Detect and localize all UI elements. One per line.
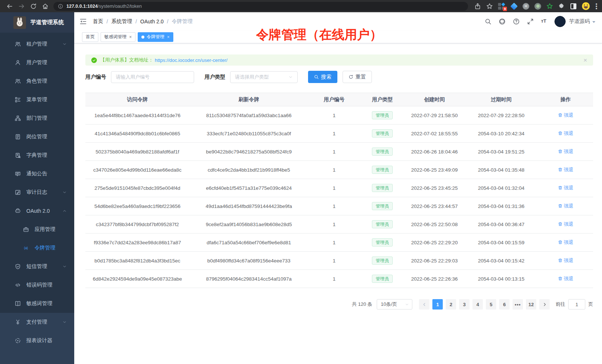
sidebar-bottom-section: 支付管理报表设计器 (0, 313, 74, 364)
collapse-sidebar-icon[interactable] (79, 18, 87, 25)
alert-close-icon[interactable]: × (583, 57, 587, 63)
tab-敏感词管理[interactable]: 敏感词管理× (101, 32, 135, 42)
sidebar-item-token[interactable]: (a)令牌管理 (0, 239, 74, 257)
force-logout-button[interactable]: 强退 (558, 185, 573, 191)
sidebar-item-users[interactable]: 租户管理 (0, 35, 74, 53)
expire-time-cell: 2054-03-04 01:32:04 (464, 185, 539, 191)
sidebar-item-label: 岗位管理 (26, 133, 47, 140)
home-icon[interactable] (42, 3, 49, 10)
chevron-down-icon (62, 264, 67, 269)
user-avatar[interactable] (554, 16, 566, 27)
back-icon[interactable] (6, 3, 13, 10)
refresh-token-cell: 49d1aa46d1454fbd87591444423be9fa (189, 203, 308, 209)
shield-icon (15, 264, 22, 269)
reset-button[interactable]: 重置 (343, 71, 372, 83)
kite-extension-icon[interactable] (510, 3, 518, 10)
org-icon (15, 115, 22, 121)
breadcrumb-item[interactable]: 首页 (93, 18, 103, 25)
chevron-down-icon (62, 320, 67, 324)
sidebar-item-users[interactable]: 角色管理 (0, 72, 74, 90)
green-dot-extension-icon[interactable] (534, 3, 541, 10)
sidebar-item-badge[interactable]: 岗位管理 (0, 128, 74, 146)
share-icon[interactable] (474, 3, 481, 10)
force-logout-button[interactable]: 强退 (558, 130, 573, 137)
url-bar[interactable]: 127.0.0.1:1024/system/oauth2/token (53, 2, 468, 11)
sidebar-item-app[interactable]: 应用管理 (0, 220, 74, 239)
page-button-2[interactable]: 2 (446, 299, 456, 310)
breadcrumb-item[interactable]: 系统管理 (111, 18, 132, 25)
page-button-5[interactable]: 5 (486, 299, 496, 310)
profile-avatar-icon[interactable] (582, 2, 590, 10)
page-button-1[interactable]: 1 (432, 299, 443, 310)
action-cell: 强退 (538, 257, 593, 264)
tab-groups-icon[interactable] (570, 3, 576, 9)
sidebar-item-robot[interactable]: OAuth 2.0 (0, 202, 74, 220)
fullscreen-icon[interactable] (527, 18, 534, 25)
user-type-select[interactable]: 请选择用户类型 (230, 71, 298, 83)
sidebar-item-yen[interactable]: 支付管理 (0, 313, 74, 331)
extension-badge-icon[interactable]: 9 (498, 3, 506, 10)
doc-link[interactable]: https://doc.iocoder.cn/user-center/ (155, 57, 228, 63)
sidebar-item-code[interactable]: 错误码管理 (0, 276, 74, 294)
page-button-3[interactable]: 3 (459, 299, 470, 310)
tab-令牌管理[interactable]: 令牌管理× (138, 32, 173, 42)
force-logout-button[interactable]: 强退 (558, 166, 573, 173)
search-icon[interactable] (485, 18, 491, 25)
search-button[interactable]: 搜索 (308, 71, 337, 83)
sidebar-item-dict[interactable]: 字典管理 (0, 146, 74, 165)
force-logout-button[interactable]: 强退 (558, 257, 573, 264)
app-logo[interactable]: 芋道管理系统 (0, 12, 74, 33)
table-row: 6d842e2924594de9a09e45e087323abe8796295f… (85, 270, 593, 288)
action-cell: 强退 (538, 112, 593, 119)
gray-circle-extension-icon[interactable]: ⌘ (523, 3, 529, 10)
sidebar-item-label: 短信管理 (26, 263, 47, 270)
browser-menu-icon[interactable]: ••• (595, 3, 598, 10)
page-size-select[interactable]: 10条/页 (377, 299, 412, 310)
force-logout-button[interactable]: 强退 (558, 239, 573, 246)
column-header: 刷新令牌 (189, 96, 308, 103)
sidebar-item-message[interactable]: 通知公告 (0, 165, 74, 183)
created-time-cell: 2022-06-25 22:26:36 (405, 276, 464, 282)
page-ellipsis[interactable]: ••• (513, 299, 523, 310)
help-icon[interactable] (513, 18, 520, 25)
sidebar-item-log[interactable]: 审计日志 (0, 183, 74, 202)
user-menu-caret-icon[interactable] (592, 21, 595, 23)
page-button-6[interactable]: 6 (499, 299, 510, 310)
prev-page-button[interactable] (419, 299, 429, 310)
sidebar-item-book-open[interactable]: 敏感词管理 (0, 294, 74, 313)
trash-icon (558, 149, 564, 154)
user-type-tag: 管理员 (372, 166, 393, 174)
bookmark-star-icon[interactable] (486, 3, 493, 10)
reload-icon[interactable] (30, 3, 37, 10)
app-title: 芋道管理系统 (30, 19, 64, 26)
force-logout-button[interactable]: 强退 (558, 112, 573, 119)
tab-close-icon[interactable]: × (167, 34, 170, 40)
force-logout-button[interactable]: 强退 (558, 275, 573, 282)
forward-icon[interactable] (18, 3, 25, 10)
breadcrumb-item[interactable]: OAuth 2.0 (140, 19, 164, 24)
next-page-button[interactable] (539, 299, 550, 310)
green-star-extension-icon[interactable] (546, 3, 553, 10)
tab-close-icon[interactable]: × (129, 34, 132, 40)
font-size-icon[interactable]: тT (541, 18, 546, 25)
sidebar-item-shield[interactable]: 短信管理 (0, 257, 74, 276)
page-button-4[interactable]: 4 (472, 299, 483, 310)
site-info-icon[interactable] (58, 4, 63, 9)
force-logout-button[interactable]: 强退 (558, 203, 573, 209)
sidebar-item-design[interactable]: 报表设计器 (0, 331, 74, 350)
page-button-12[interactable]: 12 (526, 299, 536, 310)
sidebar-item-org[interactable]: 部门管理 (0, 109, 74, 128)
extensions-puzzle-icon[interactable] (558, 3, 565, 10)
sidebar-item-user[interactable]: 用户管理 (0, 53, 74, 72)
table-row: 275e5de9151045fe87cbdc395e004f4de6cfd40e… (85, 179, 593, 197)
users-icon (15, 41, 22, 47)
force-logout-button[interactable]: 强退 (558, 221, 573, 228)
github-icon[interactable] (499, 18, 506, 25)
user-id-input[interactable] (111, 71, 194, 83)
user-id-cell: 1 (308, 276, 360, 282)
goto-page-input[interactable] (568, 299, 585, 310)
force-logout-button[interactable]: 强退 (558, 148, 573, 155)
sidebar-item-label: OAuth 2.0 (26, 208, 50, 214)
tab-首页[interactable]: 首页 (82, 32, 98, 42)
sidebar-item-menu-tree[interactable]: 菜单管理 (0, 90, 74, 109)
